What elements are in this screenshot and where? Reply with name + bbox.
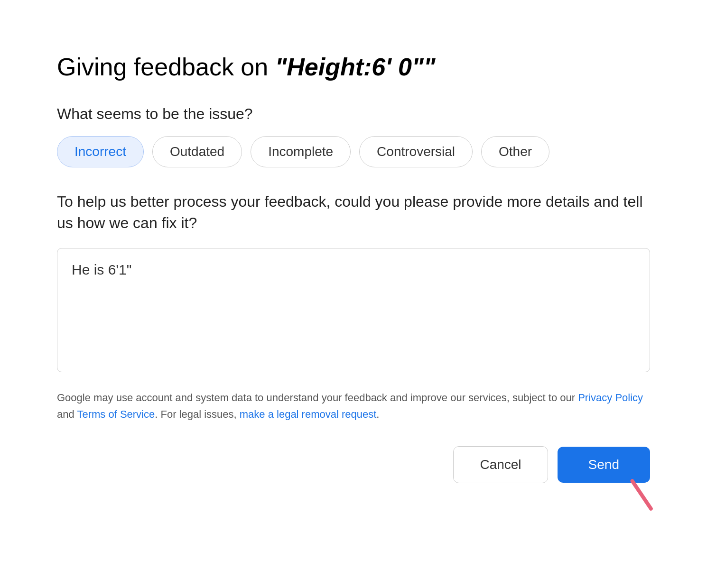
chips-container: Incorrect Outdated Incomplete Controvers… bbox=[57, 136, 650, 167]
chip-incomplete[interactable]: Incomplete bbox=[251, 136, 351, 167]
send-btn-wrapper: Send bbox=[558, 447, 650, 483]
cancel-button[interactable]: Cancel bbox=[453, 446, 548, 483]
details-label: To help us better process your feedback,… bbox=[57, 191, 650, 234]
arrow-indicator bbox=[622, 476, 664, 518]
privacy-text: Google may use account and system data t… bbox=[57, 389, 650, 423]
legal-removal-link[interactable]: make a legal removal request bbox=[240, 408, 377, 420]
chip-controversial[interactable]: Controversial bbox=[359, 136, 473, 167]
chip-outdated[interactable]: Outdated bbox=[152, 136, 242, 167]
textarea-wrapper bbox=[57, 248, 650, 372]
chip-other[interactable]: Other bbox=[481, 136, 549, 167]
actions-container: Cancel Send bbox=[57, 446, 650, 483]
privacy-policy-link[interactable]: Privacy Policy bbox=[578, 392, 643, 404]
feedback-textarea[interactable] bbox=[72, 262, 635, 357]
chip-incorrect[interactable]: Incorrect bbox=[57, 136, 144, 167]
issue-label: What seems to be the issue? bbox=[57, 105, 650, 123]
dialog-title: Giving feedback on "Height:6' 0"" bbox=[57, 52, 650, 82]
tos-link[interactable]: Terms of Service bbox=[77, 408, 155, 420]
privacy-text-and: and bbox=[57, 408, 77, 420]
privacy-text-before: Google may use account and system data t… bbox=[57, 392, 578, 404]
title-prefix: Giving feedback on bbox=[57, 53, 275, 81]
feedback-dialog: Giving feedback on "Height:6' 0"" What s… bbox=[28, 28, 679, 512]
svg-marker-1 bbox=[643, 504, 659, 514]
title-subject: "Height:6' 0"" bbox=[275, 53, 436, 81]
privacy-text-after: . For legal issues, bbox=[155, 408, 240, 420]
privacy-text-end: . bbox=[376, 408, 379, 420]
svg-line-0 bbox=[633, 481, 651, 509]
